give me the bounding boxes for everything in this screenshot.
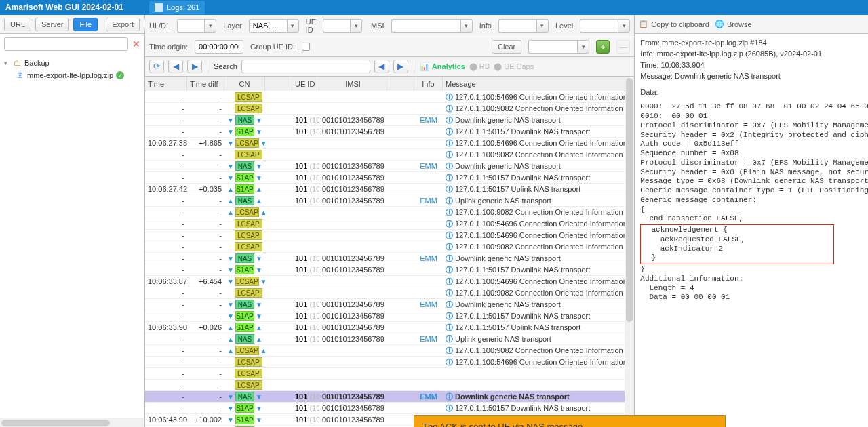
combo-uldl[interactable]: ▾ [177, 19, 216, 33]
table-row[interactable]: --LCSAPⓘ127.0.1.100:54696 Connection Ori… [145, 357, 634, 368]
app-title: Amarisoft Web GUI 2024-02-01 [5, 3, 123, 12]
next-icon[interactable]: ▶ [187, 60, 202, 73]
combo-info[interactable]: ▾ [498, 19, 549, 33]
detail-from: From: mme-export-lte-lpp.log.zip #184 [640, 38, 868, 47]
search-label: Search [214, 62, 237, 70]
table-row[interactable]: 10:06:27.389+4.865▼LCSAP▼ⓘ127.0.1.100:54… [145, 138, 634, 149]
label-ueid: UE ID [306, 18, 316, 34]
table-row[interactable]: 10:06:33.904+0.026▲S1AP▲101 (100)0010101… [145, 322, 634, 333]
url-button[interactable]: URL [4, 18, 31, 31]
server-button[interactable]: Server [35, 18, 69, 31]
vertical-scrollbar[interactable] [625, 77, 634, 427]
detail-time: Time: 10:06:33.904 [640, 60, 868, 70]
label-groupueid: Group UE ID: [250, 43, 295, 51]
table-row[interactable]: --▼NAS▼101 (100)001010123456789EMMⓘDownl… [145, 161, 634, 172]
table-header: TimeTime diffCN UE IDIMSI InfoMessage [145, 77, 634, 92]
table-row[interactable]: --▼S1AP▼101 (100)001010123456789ⓘ127.0.1… [145, 264, 634, 276]
table-row[interactable]: 10:06:33.878+6.454▼LCSAP▼ⓘ127.0.1.100:54… [145, 276, 634, 287]
left-horizontal-scrollbar[interactable] [0, 418, 144, 427]
copy-button[interactable]: 📋 Copy to clipboard [639, 20, 709, 28]
analytics-link[interactable]: 📊 Analytics [420, 62, 465, 71]
detail-hex: 0000: 27 5d 11 3e ff 08 07 68 01 00 02 2… [640, 102, 868, 121]
table-row[interactable]: --▼S1AP▼101 (100)001010123456789ⓘ127.0.1… [145, 310, 634, 322]
rb-link: ⬤ RB [469, 62, 490, 71]
combo-extra[interactable]: ▾ [528, 40, 589, 54]
folder-icon [14, 58, 22, 68]
expand-icon: ▾ [4, 60, 11, 66]
label-layer: Layer [223, 22, 242, 30]
detail-decoded-box: acknowledgement { ackRequested FALSE, ac… [640, 224, 834, 264]
label-timeorigin: Time origin: [149, 43, 188, 51]
table-row[interactable]: --▲NAS▲101 (100)001010123456789EMMⓘUplin… [145, 333, 634, 345]
label-level: Level [555, 22, 573, 30]
prev-icon[interactable]: ◀ [168, 60, 183, 73]
logs-icon [155, 3, 163, 12]
combo-layer[interactable]: ▾ [249, 19, 299, 33]
tree-folder-backup[interactable]: ▾ Backup [4, 57, 140, 69]
table-row[interactable]: 10:06:27.424+0.035▲S1AP▲101 (100)0010101… [145, 184, 634, 195]
table-row[interactable]: --LCSAPⓘ127.0.1.100:9082 Connection Orie… [145, 241, 634, 253]
tree-file-logzip[interactable]: mme-export-lte-lpp.log.zip ✓ [4, 69, 140, 81]
table-row[interactable]: --▲NAS▲101 (100)001010123456789EMMⓘUplin… [145, 195, 634, 207]
table-row[interactable]: --▼S1AP▼101 (100)001010123456789ⓘ127.0.1… [145, 126, 634, 138]
file-icon [16, 70, 24, 80]
table-row[interactable]: --LCSAP [145, 368, 634, 380]
tab-logs[interactable]: Logs: 261 [149, 1, 205, 14]
table-row[interactable]: --LCSAPⓘ127.0.1.100:54696 Connection Ori… [145, 218, 634, 230]
left-search-input[interactable] [4, 37, 128, 51]
table-row[interactable]: --▼S1AP▼101 (100)001010123456789ⓘ127.0.1… [145, 403, 634, 414]
label-info: Info [479, 22, 492, 30]
ok-icon: ✓ [116, 71, 124, 79]
table-row[interactable]: --LCSAPⓘ127.0.1.100:9082 Connection Orie… [145, 287, 634, 299]
file-button[interactable]: File [73, 18, 98, 31]
table-row[interactable]: --▲LCSAP▲ⓘ127.0.1.100:9082 Connection Or… [145, 207, 634, 218]
table-row[interactable]: --▼NAS▼101 (100)001010123456789EMMⓘDownl… [145, 299, 634, 310]
clear-button[interactable]: Clear [492, 40, 521, 54]
combo-ueid[interactable]: ▾ [323, 19, 362, 33]
tab-label: Logs: 261 [167, 3, 199, 12]
annotation-callout: The ACK is sent to UE via NAS message [414, 415, 726, 427]
table-row[interactable]: --▼NAS▼101 (100)001010123456789EMMⓘDownl… [145, 115, 634, 126]
uecaps-link: ⬤ UE Caps [494, 62, 534, 71]
remove-button-icon[interactable]: — [616, 40, 630, 54]
combo-level[interactable]: ▾ [580, 19, 630, 33]
refresh-icon[interactable]: ⟳ [149, 60, 164, 73]
table-row[interactable]: --LCSAPⓘ127.0.1.100:54696 Connection Ori… [145, 230, 634, 241]
detail-data-label: Data: [640, 87, 868, 97]
search-prev-icon[interactable]: ◀ [374, 60, 389, 73]
label-uldl: UL/DL [149, 22, 170, 30]
export-button[interactable]: Export [106, 18, 140, 31]
detail-info: Info: mme-export-lte-lpp.log.zip (26085B… [640, 49, 868, 58]
combo-imsi[interactable]: ▾ [391, 19, 473, 33]
detail-message: Message: Downlink generic NAS transport [640, 71, 868, 81]
clear-search-icon[interactable]: ✕ [132, 39, 140, 49]
label-imsi: IMSI [369, 22, 384, 30]
table-row[interactable]: --LCSAPⓘ127.0.1.100:9082 Connection Orie… [145, 103, 634, 115]
input-timeorigin[interactable] [195, 40, 243, 54]
add-button-icon[interactable]: + [596, 40, 610, 54]
checkbox-groupueid[interactable] [302, 43, 310, 51]
table-row[interactable]: --LCSAP [145, 380, 634, 391]
table-row[interactable]: --LCSAPⓘ127.0.1.100:9082 Connection Orie… [145, 149, 634, 161]
table-row[interactable]: --▼S1AP▼101 (100)001010123456789ⓘ127.0.1… [145, 172, 634, 184]
table-row[interactable]: --▲LCSAP▲ⓘ127.0.1.100:9082 Connection Or… [145, 345, 634, 357]
search-input[interactable] [241, 60, 370, 73]
table-row[interactable]: --▼NAS▼101 (100)001010123456789EMMⓘDownl… [145, 391, 634, 403]
table-row[interactable]: --LCSAPⓘ127.0.1.100:54696 Connection Ori… [145, 92, 634, 103]
search-next-icon[interactable]: ▶ [393, 60, 408, 73]
detail-decoded-pre: Protocol discriminator = 0x7 (EPS Mobili… [640, 121, 868, 224]
detail-decoded-post: } Additional information: Length = 4 Dat… [640, 265, 868, 302]
table-row[interactable]: --▼NAS▼101 (100)001010123456789EMMⓘDownl… [145, 253, 634, 264]
browse-button[interactable]: 🌐 Browse [715, 20, 752, 28]
